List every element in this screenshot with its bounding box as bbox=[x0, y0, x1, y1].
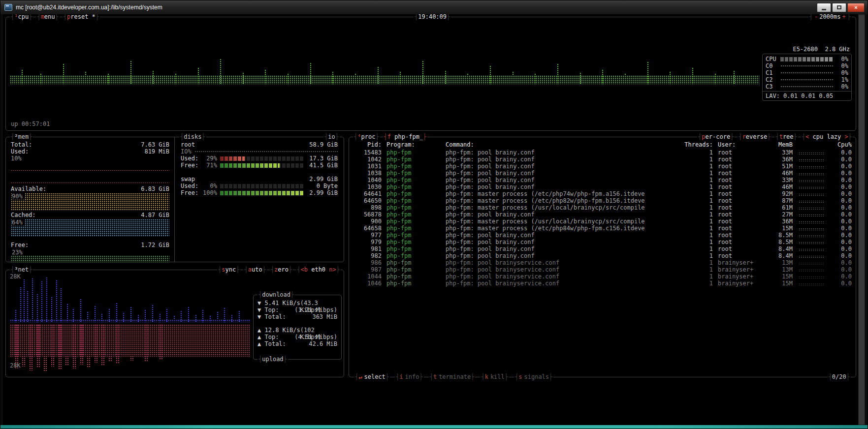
terminal-area: ¹cpu menu preset * 19:40:09 -2000ms+ bbox=[3, 14, 865, 425]
net-option-button[interactable]: auto bbox=[243, 266, 266, 274]
process-row[interactable]: 987 php-fpm php-fpm: pool brainyservice.… bbox=[349, 266, 856, 273]
cpu-core-row: C2 1% bbox=[763, 76, 851, 83]
interval-control: -2000ms+ bbox=[808, 14, 852, 21]
process-row[interactable]: 1040 php-fpm php-fpm: pool brainy.conf 1… bbox=[349, 177, 856, 184]
interval-decrease-button[interactable]: - bbox=[813, 14, 819, 20]
cpu-model: E5-2680 2.8 GHz bbox=[762, 46, 852, 53]
net-option-button[interactable]: zero bbox=[270, 266, 293, 274]
clock: 19:40:09 bbox=[414, 14, 451, 21]
process-row[interactable]: 898 php-fpm php-fpm: master process (/us… bbox=[349, 204, 856, 211]
disk-io-row: IO% bbox=[181, 148, 338, 155]
process-action-button[interactable]: ↵select bbox=[354, 373, 390, 381]
net-stat-row: ▲ Top: (4.51 Mibps) bbox=[257, 334, 337, 340]
scrollbar-thumb[interactable] bbox=[859, 15, 865, 425]
interval-increase-button[interactable]: + bbox=[841, 14, 847, 20]
upload-label: upload bbox=[257, 356, 288, 363]
process-row[interactable]: 986 php-fpm php-fpm: pool brainyservice.… bbox=[349, 259, 856, 266]
process-mem-graph bbox=[798, 177, 825, 184]
proc-box-title: ⁴proc bbox=[353, 133, 380, 141]
mem-used-graph bbox=[11, 162, 169, 184]
net-box-title: ³net bbox=[10, 266, 33, 274]
cpu-core-panel: E5-2680 2.8 GHz CPU 0% C0 0% bbox=[762, 46, 852, 101]
process-row[interactable]: 1038 php-fpm php-fpm: pool brainy.conf 1… bbox=[349, 170, 856, 177]
process-row[interactable]: 977 php-fpm php-fpm: pool brainy.conf 1 … bbox=[349, 232, 856, 239]
process-action-button[interactable]: tterminate bbox=[429, 373, 476, 381]
process-mem-graph bbox=[798, 156, 825, 163]
disk-name-row: swap2.99 GiB bbox=[181, 176, 338, 183]
process-action-button[interactable]: iinfo bbox=[395, 373, 424, 381]
process-row[interactable]: 981 php-fpm php-fpm: pool brainy.conf 1 … bbox=[349, 245, 856, 252]
disk-used-meter bbox=[220, 156, 304, 161]
window-titlebar[interactable]: mc [root@ub24.itdeveloper.com.ua]:/lib/s… bbox=[0, 0, 868, 14]
cpu-core-row: C1 0% bbox=[763, 69, 851, 76]
process-action-button[interactable]: ssignals bbox=[514, 373, 553, 381]
process-row[interactable]: 1042 php-fpm php-fpm: pool brainy.conf 1… bbox=[349, 156, 856, 163]
nic-selector[interactable]: <b eth0 n> bbox=[296, 266, 341, 274]
network-graph bbox=[10, 273, 250, 373]
process-mem-graph bbox=[798, 190, 825, 197]
minimize-button[interactable] bbox=[817, 3, 831, 12]
mem-cached-row: Cached:4.87 GiB bbox=[11, 212, 169, 218]
process-row[interactable]: 1031 php-fpm php-fpm: pool brainy.conf 1… bbox=[349, 163, 856, 170]
process-row[interactable]: 64658 php-fpm php-fpm: master process (/… bbox=[349, 225, 856, 232]
net-stat-row: ▲ 12.8 KiB/s (102 Kibps) bbox=[257, 327, 337, 334]
process-mem-graph bbox=[798, 252, 825, 259]
net-scale-top: 28K bbox=[10, 273, 21, 280]
terminal-scrollbar[interactable] bbox=[858, 14, 865, 425]
net-option-button[interactable]: sync bbox=[217, 266, 240, 274]
disk-used-meter bbox=[220, 184, 304, 188]
process-mem-graph bbox=[798, 204, 825, 211]
process-row[interactable]: 979 php-fpm php-fpm: pool brainy.conf 1 … bbox=[349, 239, 856, 245]
proc-option-button[interactable]: per-core bbox=[697, 133, 735, 141]
process-row[interactable]: 64650 php-fpm php-fpm: master process (/… bbox=[349, 197, 856, 204]
process-list: 15483 php-fpm php-fpm: pool brainy.conf … bbox=[349, 149, 856, 287]
disk-free-meter bbox=[220, 191, 304, 195]
process-mem-graph bbox=[798, 273, 825, 280]
net-stat-row: ▼ Total: 363 MiB bbox=[257, 313, 337, 320]
upload-graph bbox=[10, 324, 250, 373]
menu-button[interactable]: menu bbox=[36, 14, 59, 21]
process-row[interactable]: 56878 php-fpm php-fpm: pool brainy.conf … bbox=[349, 211, 856, 218]
proc-option-button[interactable]: reverse bbox=[738, 133, 772, 141]
process-box: ⁴proc f php-fpm_ per-core reverse tree <… bbox=[349, 137, 856, 377]
process-row[interactable]: 15483 php-fpm php-fpm: pool brainy.conf … bbox=[349, 149, 856, 156]
process-mem-graph bbox=[798, 239, 825, 245]
proc-option-button[interactable]: tree bbox=[774, 133, 798, 141]
close-button[interactable]: × bbox=[847, 3, 865, 12]
process-mem-graph bbox=[798, 211, 825, 218]
io-mode-button[interactable]: io bbox=[323, 133, 340, 141]
sort-selector[interactable]: < cpu lazy > bbox=[801, 133, 853, 141]
process-row[interactable]: 1030 php-fpm php-fpm: pool brainy.conf 1… bbox=[349, 184, 856, 190]
disk-used-row: Used: 29% 17.3 GiB bbox=[181, 155, 338, 162]
window-bottom-border bbox=[0, 425, 868, 429]
disk-name-row: root58.9 GiB bbox=[181, 141, 338, 148]
core-graph bbox=[780, 79, 833, 81]
mem-available-row: Available:6.83 GiB bbox=[11, 185, 169, 192]
process-row[interactable]: 982 php-fpm php-fpm: pool brainy.conf 1 … bbox=[349, 252, 856, 259]
preset-button[interactable]: preset * bbox=[63, 14, 100, 21]
mem-cached-graph: 64% bbox=[11, 219, 169, 236]
core-graph bbox=[780, 86, 833, 88]
process-filter-input[interactable]: f php-fpm_ bbox=[383, 133, 428, 141]
cpu-box: ¹cpu menu preset * 19:40:09 -2000ms+ bbox=[5, 17, 856, 131]
process-mem-graph bbox=[798, 266, 825, 273]
process-action-button[interactable]: kkill bbox=[480, 373, 509, 381]
maximize-button[interactable] bbox=[832, 3, 846, 12]
cpu-total-meter bbox=[780, 57, 833, 61]
process-mem-graph bbox=[798, 197, 825, 204]
disks-stats: root58.9 GiB IO% Used: 29% 17.3 GiB Free… bbox=[174, 137, 344, 262]
cpu-box-title: ¹cpu bbox=[10, 14, 33, 21]
process-row[interactable]: 900 php-fpm php-fpm: master process (/us… bbox=[349, 218, 856, 225]
process-mem-graph bbox=[798, 232, 825, 239]
memory-box: ²mem disks io Total:7.63 GiB Used:819 Mi… bbox=[5, 137, 344, 262]
process-row[interactable]: 1044 php-fpm php-fpm: pool brainyservice… bbox=[349, 273, 856, 280]
network-box: ³net sync auto zero <b eth0 n> 28K 28K bbox=[5, 270, 344, 377]
sort-next-icon[interactable]: > bbox=[845, 133, 848, 140]
net-speed-panel: download ▼ 5.41 KiB/s (43.3 Kibps) bbox=[253, 295, 342, 360]
process-row[interactable]: 64641 php-fpm php-fpm: master process (/… bbox=[349, 190, 856, 197]
mem-box-title: ²mem bbox=[10, 133, 33, 141]
process-counter: 0/20 bbox=[828, 373, 851, 381]
download-stats: ▼ 5.41 KiB/s (43.3 Kibps) ▼ Top: (1.21 M… bbox=[257, 300, 337, 320]
process-row[interactable]: 1046 php-fpm php-fpm: pool brainyservice… bbox=[349, 280, 856, 287]
cpu-usage-graph bbox=[10, 50, 759, 84]
